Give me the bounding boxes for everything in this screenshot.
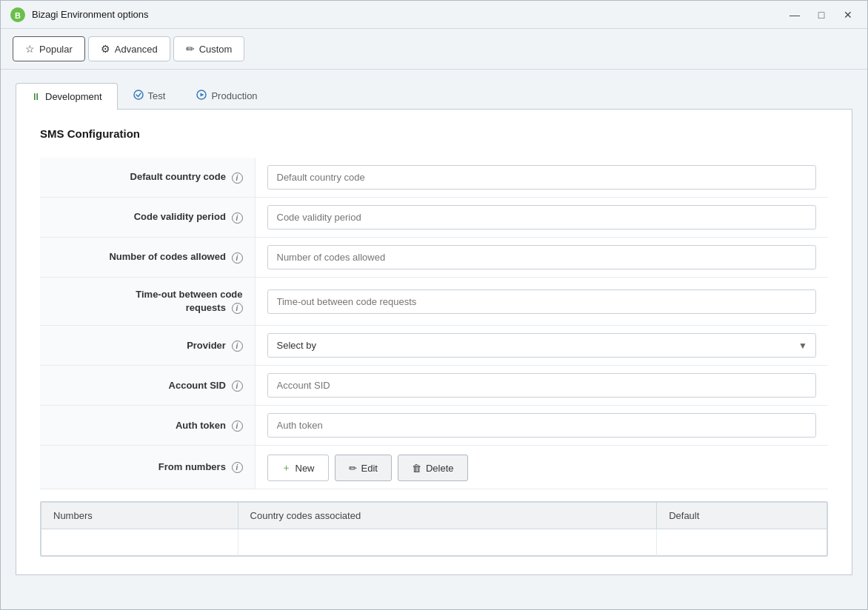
tab-test[interactable]: Test — [118, 81, 181, 110]
input-cell-codes-allowed — [255, 238, 828, 278]
bizagi-logo: B — [10, 7, 26, 23]
info-icon-from-numbers[interactable]: i — [232, 462, 243, 473]
codes-allowed-input[interactable] — [267, 245, 817, 269]
title-bar-left: B Bizagi Environment options — [10, 7, 149, 23]
gear-icon: ⚙ — [101, 43, 110, 55]
section-title: SMS Configuration — [40, 127, 828, 140]
form-row: Account SID i — [40, 366, 828, 406]
form-row: Default country code i — [40, 158, 828, 198]
col-default: Default — [657, 503, 827, 529]
sms-form: Default country code i Code validity per… — [40, 158, 828, 489]
info-icon-country-code[interactable]: i — [232, 172, 243, 184]
test-tab-label: Test — [148, 90, 166, 101]
from-numbers-buttons: ＋ New ✏ Edit 🗑 Delete — [267, 455, 817, 481]
info-icon-timeout[interactable]: i — [232, 303, 243, 314]
tab-production[interactable]: Production — [181, 81, 273, 110]
development-icon: ⏸ — [31, 91, 41, 102]
form-row: Number of codes allowed i — [40, 238, 828, 278]
bottom-table-section: Numbers Country codes associated Default — [40, 501, 828, 557]
popular-button[interactable]: ☆ Popular — [13, 36, 85, 61]
info-icon-account-sid[interactable]: i — [232, 381, 243, 392]
form-row: Time-out between coderequests i — [40, 278, 828, 326]
table-row — [41, 529, 827, 556]
window-title: Bizagi Environment options — [32, 9, 149, 20]
code-validity-input[interactable] — [267, 205, 817, 229]
maximize-button[interactable]: □ — [811, 4, 832, 25]
label-timeout: Time-out between coderequests i — [40, 278, 255, 326]
pencil-icon: ✏ — [186, 43, 195, 55]
label-codes-allowed: Number of codes allowed i — [40, 238, 255, 278]
timeout-input[interactable] — [267, 289, 817, 314]
label-from-numbers: From numbers i — [40, 446, 255, 489]
env-tabs: ⏸ Development Test — [16, 81, 852, 110]
delete-label: Delete — [426, 463, 454, 474]
provider-select[interactable]: Select by Twilio AWS SNS Custom — [267, 333, 817, 358]
content-area: ⏸ Development Test — [1, 70, 867, 609]
form-row: Auth token i — [40, 406, 828, 446]
svg-point-2 — [134, 90, 143, 99]
input-cell-code-validity — [255, 198, 828, 238]
table-header-row: Numbers Country codes associated Default — [41, 503, 827, 529]
numbers-table: Numbers Country codes associated Default — [41, 502, 827, 556]
main-window: B Bizagi Environment options — □ ✕ ☆ Pop… — [0, 0, 868, 610]
title-bar: B Bizagi Environment options — □ ✕ — [1, 1, 867, 29]
production-tab-label: Production — [211, 90, 257, 101]
label-auth-token: Auth token i — [40, 406, 255, 446]
popular-label: Popular — [39, 44, 73, 55]
col-country-codes: Country codes associated — [238, 503, 657, 529]
test-icon — [133, 90, 144, 102]
info-icon-auth-token[interactable]: i — [232, 420, 243, 432]
input-cell-default-country-code — [255, 158, 828, 198]
input-cell-account-sid — [255, 366, 828, 406]
advanced-label: Advanced — [115, 44, 158, 55]
toolbar: ☆ Popular ⚙ Advanced ✏ Custom — [1, 29, 867, 70]
provider-select-wrapper: Select by Twilio AWS SNS Custom ▼ — [267, 333, 817, 358]
production-icon — [196, 90, 207, 102]
advanced-button[interactable]: ⚙ Advanced — [88, 36, 170, 61]
info-icon-codes-allowed[interactable]: i — [232, 252, 243, 264]
delete-button[interactable]: 🗑 Delete — [398, 455, 468, 481]
form-row-from-numbers: From numbers i ＋ New ✏ Edit — [40, 446, 828, 489]
svg-marker-4 — [201, 93, 204, 97]
new-button[interactable]: ＋ New — [267, 455, 329, 481]
star-icon: ☆ — [25, 43, 35, 55]
info-icon-validity[interactable]: i — [232, 212, 243, 224]
label-provider: Provider i — [40, 326, 255, 366]
edit-label: Edit — [361, 463, 378, 474]
form-row: Code validity period i — [40, 198, 828, 238]
col-numbers: Numbers — [41, 503, 238, 529]
plus-icon: ＋ — [281, 461, 291, 475]
edit-button[interactable]: ✏ Edit — [335, 455, 392, 481]
input-cell-auth-token — [255, 406, 828, 446]
main-panel: SMS Configuration Default country code i — [16, 110, 852, 575]
info-icon-provider[interactable]: i — [232, 341, 243, 352]
title-controls: — □ ✕ — [784, 4, 858, 25]
input-cell-provider: Select by Twilio AWS SNS Custom ▼ — [255, 326, 828, 366]
auth-token-input[interactable] — [267, 413, 817, 438]
minimize-button[interactable]: — — [784, 4, 805, 25]
development-tab-label: Development — [45, 91, 102, 102]
new-label: New — [296, 463, 315, 474]
close-button[interactable]: ✕ — [838, 4, 858, 25]
edit-icon: ✏ — [349, 463, 357, 474]
label-code-validity: Code validity period i — [40, 198, 255, 238]
input-cell-timeout — [255, 278, 828, 326]
input-cell-from-numbers: ＋ New ✏ Edit 🗑 Delete — [255, 446, 828, 489]
form-row: Provider i Select by Twilio AWS SNS Cust… — [40, 326, 828, 366]
trash-icon: 🗑 — [412, 463, 421, 474]
label-default-country-code: Default country code i — [40, 158, 255, 198]
custom-label: Custom — [199, 44, 233, 55]
svg-text:B: B — [15, 10, 21, 19]
custom-button[interactable]: ✏ Custom — [173, 36, 245, 61]
account-sid-input[interactable] — [267, 373, 817, 398]
label-account-sid: Account SID i — [40, 366, 255, 406]
default-country-code-input[interactable] — [267, 165, 817, 190]
tab-development[interactable]: ⏸ Development — [16, 83, 118, 110]
